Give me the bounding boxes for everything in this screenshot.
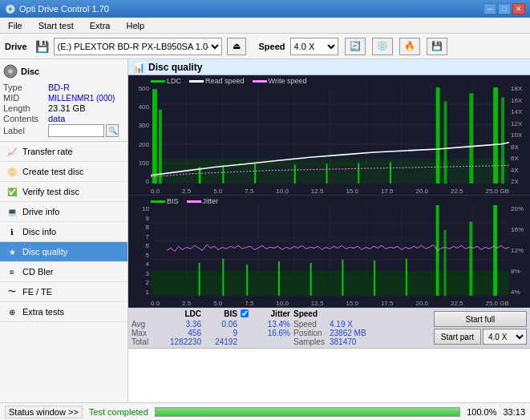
status-window-button[interactable]: Status window >> <box>5 406 83 418</box>
menu-extra[interactable]: Extra <box>85 19 115 32</box>
top-y-axis-left: 500 400 300 200 100 0 <box>128 85 151 185</box>
menu-file[interactable]: File <box>3 19 27 32</box>
length-value: 23.31 GB <box>48 103 85 113</box>
svg-rect-25 <box>390 162 391 184</box>
svg-rect-29 <box>493 87 498 184</box>
total-label: Total <box>131 337 160 346</box>
disc-panel: Disc Type BD-R MID MILLENMR1 (000) Lengt… <box>0 59 127 142</box>
progress-bar <box>155 407 460 417</box>
legend-bis-label: BIS <box>167 197 179 205</box>
legend-jitter: Jitter <box>187 197 219 205</box>
save-button[interactable]: 💾 <box>427 38 447 55</box>
svg-rect-18 <box>159 110 162 184</box>
fe-te-label: FE / TE <box>22 287 52 297</box>
transfer-rate-icon: 📈 <box>6 146 18 157</box>
speed-dropdown[interactable]: 4.0 X <box>483 329 527 345</box>
transfer-rate-label: Transfer rate <box>22 147 73 156</box>
svg-rect-50 <box>342 260 343 296</box>
bottom-y-axis-left: 10 9 8 7 6 5 4 3 2 1 <box>128 205 151 296</box>
svg-rect-55 <box>469 222 472 296</box>
extra-tests-icon: ⊕ <box>6 306 18 317</box>
menu-help[interactable]: Help <box>121 19 149 32</box>
disc-type-row: Type BD-R <box>3 83 124 92</box>
sidebar-item-transfer-rate[interactable]: 📈 Transfer rate <box>0 142 127 162</box>
extra-tests-label: Extra tests <box>22 307 64 317</box>
disc-button[interactable]: 💿 <box>372 38 393 55</box>
speed-select[interactable]: 4.0 X <box>290 38 338 55</box>
sidebar-item-disc-quality[interactable]: ★ Disc quality <box>0 242 127 262</box>
contents-value: data <box>48 114 65 123</box>
cd-bler-label: CD Bler <box>22 267 54 277</box>
progress-bar-fill <box>156 408 459 416</box>
sidebar-item-disc-info[interactable]: ℹ Disc info <box>0 222 127 242</box>
svg-rect-22 <box>294 164 296 184</box>
jitter-checkbox-wrap[interactable] <box>241 309 253 319</box>
refresh-button[interactable]: 🔄 <box>345 38 366 55</box>
svg-rect-54 <box>444 230 447 296</box>
status-time: 33:13 <box>503 407 525 417</box>
label-search-button[interactable]: 🔍 <box>106 124 119 137</box>
svg-rect-23 <box>326 164 328 184</box>
sidebar-item-fe-te[interactable]: 〜 FE / TE <box>0 282 127 302</box>
mid-value: MILLENMR1 (000) <box>48 94 115 103</box>
contents-label: Contents <box>3 114 48 123</box>
top-chart-svg <box>151 85 509 184</box>
eject-button[interactable]: ⏏ <box>227 38 246 55</box>
drive-select[interactable]: (E:) PLEXTOR BD-R PX-LB950SA 1.04 <box>54 38 222 55</box>
menu-start-test[interactable]: Start test <box>34 19 79 32</box>
start-part-button[interactable]: Start part <box>434 329 481 345</box>
burn-button[interactable]: 🔥 <box>399 38 420 55</box>
start-part-row: Start part 4.0 X <box>434 329 527 345</box>
total-jitter <box>253 337 293 346</box>
disc-quality-icon: ★ <box>6 246 18 257</box>
create-test-label: Create test disc <box>22 167 83 176</box>
disc-contents-row: Contents data <box>3 114 124 123</box>
disc-label-row: Label 🔍 <box>3 124 124 137</box>
type-label: Type <box>3 83 48 92</box>
disc-mid-row: MID MILLENMR1 (000) <box>3 93 124 103</box>
sidebar-item-cd-bler[interactable]: ≡ CD Bler <box>0 262 127 282</box>
disc-header-icon <box>3 64 18 79</box>
maximize-button[interactable]: □ <box>498 3 511 14</box>
type-value: BD-R <box>48 83 70 92</box>
minimize-button[interactable]: ─ <box>483 3 496 14</box>
bottom-chart-panel: BIS Jitter 10 9 8 7 6 5 4 3 2 1 <box>128 196 530 308</box>
disc-quality-label: Disc quality <box>22 247 67 256</box>
total-bis: 24192 <box>204 337 241 346</box>
title-bar: 💿 Opti Drive Control 1.70 ─ □ ✕ <box>0 0 530 18</box>
legend-ldc: LDC <box>151 77 181 85</box>
top-chart-panel: LDC Read speed Write speed 500 400 300 2… <box>128 75 530 196</box>
sidebar-item-verify-test-disc[interactable]: ✅ Verify test disc <box>0 182 127 202</box>
app-icon: 💿 <box>5 4 16 14</box>
sidebar-item-create-test-disc[interactable]: 📀 Create test disc <box>0 162 127 182</box>
sidebar-item-drive-info[interactable]: 💻 Drive info <box>0 202 127 222</box>
close-button[interactable]: ✕ <box>512 3 525 14</box>
app-title: Opti Drive Control 1.70 <box>19 4 109 14</box>
svg-rect-16 <box>151 159 509 184</box>
max-label: Max <box>131 329 160 337</box>
label-input[interactable] <box>48 124 104 137</box>
max-ldc: 456 <box>160 329 204 337</box>
progress-text: 100.0% <box>467 407 496 417</box>
legend-ldc-color <box>151 80 165 83</box>
svg-rect-24 <box>358 163 359 184</box>
drive-info-label: Drive info <box>22 207 59 216</box>
disc-info-label: Disc info <box>22 227 56 236</box>
fe-te-icon: 〜 <box>6 286 18 297</box>
avg-label: Avg <box>131 320 160 329</box>
svg-rect-52 <box>406 259 407 296</box>
total-samples-value: 381470 <box>330 337 356 346</box>
bottom-y-axis-right: 20% 16% 12% 8% 4% <box>509 205 530 296</box>
svg-rect-46 <box>222 259 224 296</box>
start-full-button[interactable]: Start full <box>434 311 527 327</box>
jitter-checkbox[interactable] <box>241 309 249 317</box>
stat-header-ldc: LDC <box>160 309 204 319</box>
bottom-chart-legend: BIS Jitter <box>151 197 218 205</box>
avg-speed-label: Speed <box>293 320 330 329</box>
right-controls: Start full Start part 4.0 X <box>434 309 527 346</box>
sidebar-item-extra-tests[interactable]: ⊕ Extra tests <box>0 302 127 322</box>
mid-label: MID <box>3 93 48 103</box>
label-label: Label <box>3 126 48 135</box>
legend-read-color <box>189 80 204 83</box>
total-ldc: 1282230 <box>160 337 204 346</box>
